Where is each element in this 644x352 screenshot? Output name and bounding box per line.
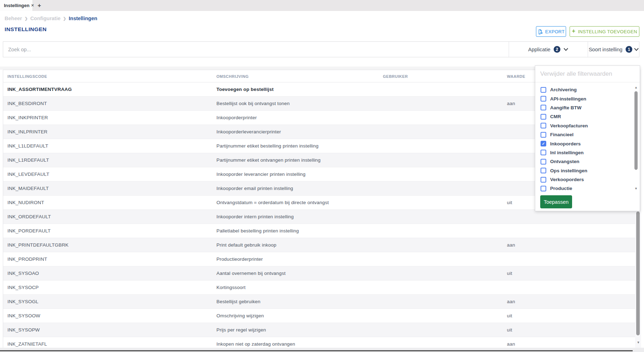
table-row[interactable]: INK_PRINTDEFAULTGBRK Print default gebru… xyxy=(3,238,635,252)
plus-icon: + xyxy=(572,28,575,35)
export-button[interactable]: EXPORT xyxy=(536,26,566,37)
filter-applicatie[interactable]: Applicatie 2 xyxy=(509,42,588,57)
table-row[interactable]: INK_SYSOCP Kortingssoort xyxy=(3,281,635,295)
breadcrumb-item-beheer[interactable]: Beheer xyxy=(5,16,22,21)
checkbox-icon[interactable] xyxy=(541,177,546,183)
breadcrumb-item-configuratie[interactable]: Configuratie xyxy=(30,16,60,21)
filter-applicatie-count-badge: 2 xyxy=(554,46,560,53)
table-row[interactable]: INK_PRODPRINT Productieorderprinter xyxy=(3,252,635,266)
filter-option-label: Archivering xyxy=(550,87,577,92)
filter-soort-instelling[interactable]: Soort instelling 1 xyxy=(588,42,640,57)
filter-option[interactable]: CMR xyxy=(535,112,631,121)
filter-option-label: Productie xyxy=(550,186,572,191)
apply-button[interactable]: Toepassen xyxy=(540,195,572,208)
dropdown-scrollbar-thumb[interactable] xyxy=(634,91,638,170)
cell-instellingscode: INK_INLPRINTER xyxy=(7,125,47,139)
filter-option[interactable]: Ops instellingen xyxy=(535,166,631,175)
checkbox-icon[interactable] xyxy=(541,87,546,93)
filter-applicatie-label: Applicatie xyxy=(528,47,550,52)
checkbox-icon[interactable] xyxy=(541,105,546,110)
filter-option-label: Aangifte BTW xyxy=(550,105,582,110)
filter-option[interactable]: Ontvangsten xyxy=(535,157,631,166)
table-row[interactable]: INK_SYSOGL Bestellijst gebruiken aan xyxy=(3,295,635,309)
cell-omschrijving: Bestellijst ook bij ontvangst tonen xyxy=(216,97,290,111)
clear-filters-input[interactable] xyxy=(535,66,640,82)
filter-option[interactable]: Productie xyxy=(535,184,631,193)
checkbox-icon[interactable] xyxy=(541,159,546,165)
table-row[interactable]: INK_ZATNIETAFL Inkopen niet op zaterdag … xyxy=(3,337,635,348)
cell-omschrijving: Palletlabel bestelling printen instellin… xyxy=(216,224,299,238)
cell-instellingscode: INK_BESDIRONT xyxy=(7,97,47,111)
cell-omschrijving: Toevoegen op bestellijst xyxy=(216,82,273,97)
checkbox-icon[interactable] xyxy=(541,123,546,128)
cell-instellingscode: INK_NUDIRONT xyxy=(7,196,44,210)
cell-omschrijving: Partijnummer etiket bestelling printen i… xyxy=(216,139,318,153)
filter-option[interactable]: Archivering xyxy=(535,85,631,94)
checkbox-icon[interactable] xyxy=(541,96,546,102)
cell-omschrijving: Print default gebruik inkoop xyxy=(216,238,276,252)
cell-waarde: uit xyxy=(507,266,512,281)
scroll-down-icon[interactable]: ▼ xyxy=(636,341,640,344)
header-waarde: WAARDE xyxy=(507,74,525,79)
checkbox-icon[interactable]: ✓ xyxy=(541,141,546,146)
tab-label: Instellingen xyxy=(4,3,29,8)
breadcrumb-item-instellingen: Instellingen xyxy=(69,16,97,21)
filter-option-label: CMR xyxy=(550,114,561,119)
cell-instellingscode: INK_SYSOCP xyxy=(7,281,39,295)
filter-option[interactable]: ✓ Inkooporders xyxy=(535,139,631,148)
table-row[interactable]: INK_ORDDEFAULT Inkooporder intern printe… xyxy=(3,210,635,224)
table-row[interactable]: INK_SYSOOW Omschrijving wijzigen uit xyxy=(3,309,635,323)
cell-instellingscode: INK_LEVDEFAULT xyxy=(7,167,49,181)
filter-option[interactable]: API-instellingen xyxy=(535,94,631,103)
export-label: EXPORT xyxy=(545,29,565,34)
header-instellingscode: INSTELLINGSCODE xyxy=(7,74,47,79)
page-title: INSTELLINGEN xyxy=(5,26,46,33)
search-input[interactable] xyxy=(8,42,501,57)
scroll-down-icon[interactable]: ▼ xyxy=(634,187,638,190)
cell-omschrijving: Prijs per regel wijzigen xyxy=(216,323,266,337)
cell-omschrijving: Productieorderprinter xyxy=(216,252,263,266)
cell-omschrijving: Ontvangstdatum = orderdatum bij directe … xyxy=(216,196,329,210)
table-row[interactable]: INK_SYSOAO Aantal overnemen bij ontvangs… xyxy=(3,266,635,281)
chevron-right-icon: ❯ xyxy=(24,16,28,21)
cell-instellingscode: INK_SYSOOW xyxy=(7,309,40,323)
checkbox-icon[interactable] xyxy=(541,132,546,138)
cell-waarde: aan xyxy=(507,97,515,111)
scrollbar-thumb[interactable] xyxy=(636,212,640,335)
add-setting-button[interactable]: + INSTELLING TOEVOEGEN xyxy=(570,26,639,37)
filter-option[interactable]: Inl instellingen xyxy=(535,148,631,157)
filter-option-label: Ops instellingen xyxy=(550,168,587,173)
filter-option-label: Inkooporders xyxy=(550,141,581,146)
chevron-right-icon: ❯ xyxy=(63,16,66,21)
table-row[interactable]: INK_PORDEFAULT Palletlabel bestelling pr… xyxy=(3,224,635,238)
dropdown-scrollbar[interactable]: ▲ ▼ xyxy=(634,86,638,192)
scroll-up-icon[interactable]: ▲ xyxy=(634,86,638,89)
cell-waarde: aan xyxy=(507,337,515,348)
cell-omschrijving: Aantal overnemen bij ontvangst xyxy=(216,266,286,281)
cell-omschrijving: Partijnummer etiket ontvangen printen in… xyxy=(216,153,321,167)
cell-omschrijving: Inkooporder leverancier printen instelli… xyxy=(216,167,306,181)
checkbox-icon[interactable] xyxy=(541,150,546,155)
checkbox-icon[interactable] xyxy=(541,186,546,191)
filter-option-label: Financieel xyxy=(550,132,574,137)
checkbox-icon[interactable] xyxy=(541,114,546,120)
cell-omschrijving: Omschrijving wijzigen xyxy=(216,309,264,323)
table-row[interactable]: INK_SYSOPW Prijs per regel wijzigen uit xyxy=(3,323,635,337)
breadcrumb: Beheer ❯ Configuratie ❯ Instellingen xyxy=(5,16,97,21)
cell-waarde: uit xyxy=(507,309,512,323)
filter-option[interactable]: Financieel xyxy=(535,130,631,139)
cell-omschrijving: Inkooporder email printen instelling xyxy=(216,181,293,196)
filter-option[interactable]: Verkoopfacturen xyxy=(535,121,631,130)
header-gebruiker: GEBRUIKER xyxy=(383,74,408,79)
new-tab-button[interactable]: + xyxy=(33,0,46,11)
filter-soort-label: Soort instelling xyxy=(589,47,622,52)
cell-instellingscode: INK_INKPRINTER xyxy=(7,111,48,125)
filter-option[interactable]: Aangifte BTW xyxy=(535,103,631,112)
tab-instellingen[interactable]: Instellingen ✕ xyxy=(0,0,33,11)
cell-instellingscode: INK_MAIDEFAULT xyxy=(7,181,49,196)
chevron-down-icon xyxy=(634,48,639,51)
checkbox-icon[interactable] xyxy=(541,168,546,173)
viewport-bottom-edge xyxy=(0,350,633,351)
cell-instellingscode: INK_L1LDEFAULT xyxy=(7,139,48,153)
filter-option[interactable]: Verkooporders xyxy=(535,175,631,184)
